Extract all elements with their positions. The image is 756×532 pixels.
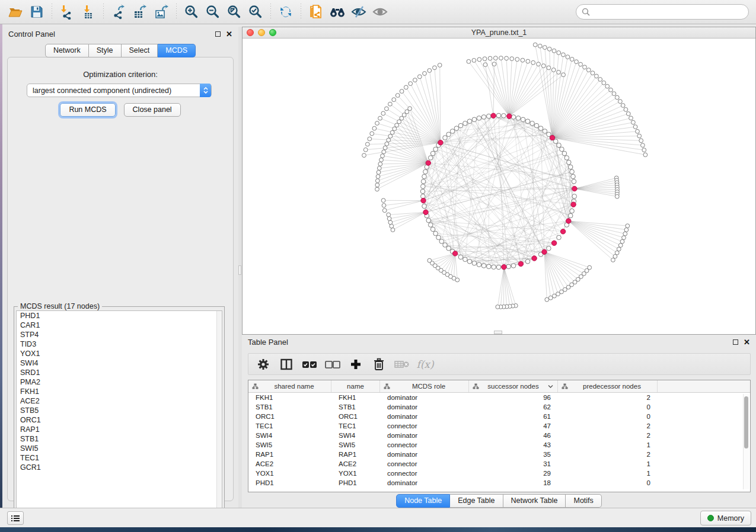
settings-icon[interactable] — [256, 357, 271, 372]
cell-shared-name[interactable]: ORC1 — [248, 412, 331, 421]
add-icon[interactable] — [348, 357, 363, 372]
tab-network-table[interactable]: Network Table — [503, 494, 566, 508]
column-header-MCDS-role[interactable]: MCDS role — [380, 380, 469, 392]
mcds-result-item[interactable]: SRD1 — [17, 368, 222, 377]
save-icon[interactable] — [26, 2, 47, 22]
tab-network[interactable]: Network — [45, 44, 89, 57]
cell-successor-nodes[interactable]: 47 — [469, 421, 558, 431]
table-scrollbar-thumb[interactable] — [744, 396, 748, 448]
table-row[interactable]: FKH1FKH1dominator962 — [248, 393, 750, 402]
mcds-result-item[interactable]: ACE2 — [17, 396, 222, 406]
cell-shared-name[interactable]: STB1 — [248, 402, 331, 412]
cell-shared-name[interactable]: ACE2 — [248, 459, 331, 469]
tab-node-table[interactable]: Node Table — [396, 494, 450, 508]
column-header-shared-name[interactable]: shared name — [248, 380, 331, 392]
zoom-selected-icon[interactable] — [245, 2, 266, 22]
mcds-result-item[interactable]: ORC1 — [17, 415, 222, 425]
window-close-icon[interactable] — [247, 29, 254, 36]
cell-MCDS-role[interactable]: dominator — [380, 431, 469, 440]
close-panel-icon[interactable]: ✕ — [226, 31, 232, 37]
cell-name[interactable]: SWI5 — [331, 440, 380, 450]
mcds-result-item[interactable]: YOX1 — [17, 349, 222, 358]
cell-predecessor-nodes[interactable]: 2 — [558, 431, 658, 440]
cell-shared-name[interactable]: SWI4 — [248, 431, 331, 440]
splitter-handle[interactable] — [238, 265, 241, 275]
cell-successor-nodes[interactable]: 31 — [469, 459, 558, 469]
cell-predecessor-nodes[interactable]: 0 — [558, 412, 658, 421]
cell-MCDS-role[interactable]: connector — [380, 469, 469, 478]
network-canvas[interactable] — [243, 39, 755, 334]
mcds-result-item[interactable]: CAR1 — [17, 321, 222, 330]
sort-descending-icon[interactable] — [548, 384, 553, 388]
search-box[interactable] — [576, 4, 749, 20]
mcds-list-scrollbar[interactable] — [216, 311, 222, 524]
cell-name[interactable]: PHD1 — [331, 478, 380, 488]
tab-style[interactable]: Style — [89, 44, 122, 57]
tab-select[interactable]: Select — [122, 44, 158, 57]
cell-successor-nodes[interactable]: 96 — [469, 393, 558, 402]
cell-name[interactable]: YOX1 — [331, 469, 380, 478]
table-row[interactable]: ACE2ACE2connector311 — [248, 459, 750, 469]
column-header-successor-nodes[interactable]: successor nodes — [469, 380, 558, 392]
mcds-result-item[interactable]: PMA2 — [17, 377, 222, 387]
table-row[interactable]: TEC1TEC1connector472 — [248, 421, 750, 431]
cell-MCDS-role[interactable]: dominator — [380, 402, 469, 412]
mcds-result-item[interactable]: RAP1 — [17, 425, 222, 434]
mcds-result-item[interactable]: STB5 — [17, 406, 222, 415]
cell-name[interactable]: TEC1 — [331, 421, 380, 431]
column-header-name[interactable]: name — [331, 380, 380, 392]
refresh-icon[interactable] — [275, 2, 296, 22]
search-network-icon[interactable] — [327, 2, 348, 22]
mcds-result-item[interactable]: SWI4 — [17, 358, 222, 368]
cell-shared-name[interactable]: FKH1 — [248, 393, 331, 402]
column-icon[interactable] — [279, 357, 294, 372]
table-scrollbar[interactable] — [743, 394, 749, 489]
cell-name[interactable]: STB1 — [331, 402, 380, 412]
cell-shared-name[interactable]: YOX1 — [248, 469, 331, 478]
table-row[interactable]: RAP1RAP1dominator352 — [248, 450, 750, 459]
tab-motifs[interactable]: Motifs — [566, 494, 601, 508]
cell-predecessor-nodes[interactable]: 1 — [558, 440, 658, 450]
float-table-panel-icon[interactable] — [733, 339, 738, 345]
table-row[interactable]: ORC1ORC1dominator610 — [248, 412, 750, 421]
deselect-all-icon[interactable] — [325, 357, 340, 372]
delete-icon[interactable] — [371, 357, 387, 372]
cell-name[interactable]: ACE2 — [331, 459, 380, 469]
open-icon[interactable] — [5, 2, 26, 22]
mcds-result-item[interactable]: FKH1 — [17, 387, 222, 396]
zoom-in-icon[interactable] — [181, 2, 202, 22]
mcds-result-item[interactable]: PHD1 — [17, 311, 222, 321]
close-panel-button[interactable]: Close panel — [124, 103, 181, 117]
cell-MCDS-role[interactable]: connector — [380, 440, 469, 450]
run-mcds-button[interactable]: Run MCDS — [60, 103, 115, 117]
table-row[interactable]: SWI5SWI5connector431 — [248, 440, 750, 450]
mcds-result-item[interactable]: STP4 — [17, 330, 222, 339]
cell-predecessor-nodes[interactable]: 2 — [558, 421, 658, 431]
tab-mcds[interactable]: MCDS — [158, 44, 196, 57]
table-row[interactable]: YOX1YOX1connector291 — [248, 469, 750, 478]
float-panel-icon[interactable] — [215, 31, 221, 37]
cell-predecessor-nodes[interactable]: 0 — [558, 478, 658, 488]
export-table-icon[interactable] — [129, 2, 151, 22]
cell-name[interactable]: ORC1 — [331, 412, 380, 421]
select-all-icon[interactable] — [302, 357, 317, 372]
cell-shared-name[interactable]: TEC1 — [248, 421, 331, 431]
cell-shared-name[interactable]: RAP1 — [248, 450, 331, 459]
cell-predecessor-nodes[interactable]: 1 — [558, 459, 658, 469]
show-detail-icon[interactable] — [369, 2, 391, 22]
cell-successor-nodes[interactable]: 62 — [469, 402, 558, 412]
table-row[interactable]: STB1STB1dominator620 — [248, 402, 750, 412]
optimization-select[interactable]: largest connected component (undirected) — [27, 84, 212, 97]
mcds-result-item[interactable]: STB1 — [17, 434, 222, 444]
hide-detail-icon[interactable] — [348, 2, 369, 22]
cell-name[interactable]: RAP1 — [331, 450, 380, 459]
cell-MCDS-role[interactable]: dominator — [380, 393, 469, 402]
cell-successor-nodes[interactable]: 18 — [469, 478, 558, 488]
cell-successor-nodes[interactable]: 61 — [469, 412, 558, 421]
cell-name[interactable]: SWI4 — [331, 431, 380, 440]
tab-edge-table[interactable]: Edge Table — [450, 494, 503, 508]
cell-predecessor-nodes[interactable]: 2 — [558, 393, 658, 402]
cell-successor-nodes[interactable]: 43 — [469, 440, 558, 450]
export-image-icon[interactable] — [151, 2, 172, 22]
horizontal-splitter-handle[interactable] — [494, 331, 502, 334]
